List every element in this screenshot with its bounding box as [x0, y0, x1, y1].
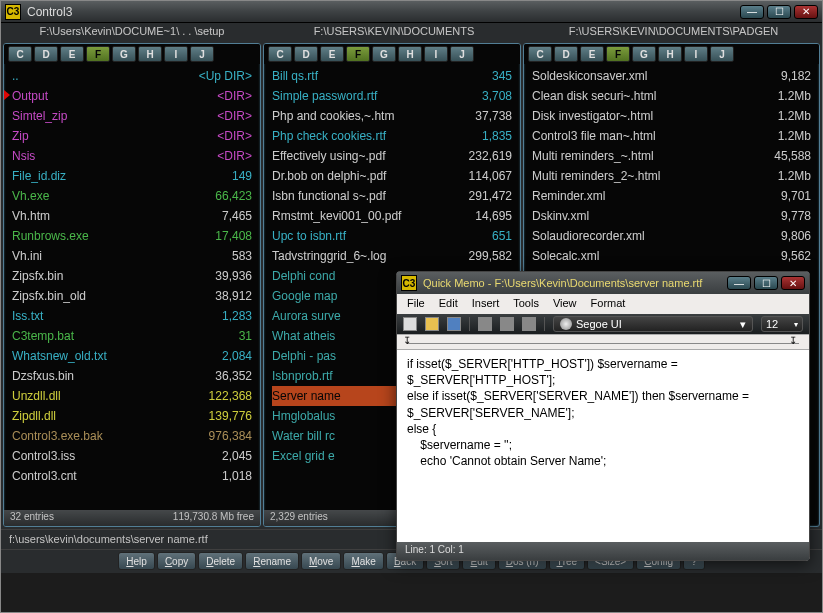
drive-j[interactable]: J — [190, 46, 214, 62]
file-row[interactable]: Vh.exe66,423 — [12, 186, 252, 206]
file-row[interactable]: Zipsfx.bin_old38,912 — [12, 286, 252, 306]
file-row[interactable]: Multi reminders_~.html45,588 — [532, 146, 811, 166]
memo-editor[interactable]: if isset($_SERVER['HTTP_HOST']) $servern… — [397, 350, 809, 542]
file-row[interactable]: Clean disk securi~.html1.2Mb — [532, 86, 811, 106]
file-row[interactable]: Effectively using~.pdf232,619 — [272, 146, 512, 166]
font-size-select[interactable]: 12 ▾ — [761, 316, 803, 332]
file-row[interactable]: Control3.exe.bak976,384 — [12, 426, 252, 446]
file-row[interactable]: Php check cookies.rtf1,835 — [272, 126, 512, 146]
drive-g[interactable]: G — [112, 46, 136, 62]
new-icon[interactable] — [403, 317, 417, 331]
menu-format[interactable]: Format — [591, 297, 626, 311]
file-row[interactable]: Reminder.xml9,701 — [532, 186, 811, 206]
file-row[interactable]: Soldeskiconsaver.xml9,182 — [532, 66, 811, 86]
memo-maximize-button[interactable]: ☐ — [754, 276, 778, 290]
btn-copy[interactable]: Copy — [157, 552, 196, 570]
drive-i[interactable]: I — [684, 46, 708, 62]
drive-g[interactable]: G — [632, 46, 656, 62]
file-row[interactable]: Zipdll.dll139,776 — [12, 406, 252, 426]
file-row[interactable]: Rmstmt_kevi001_00.pdf14,695 — [272, 206, 512, 226]
cut-icon[interactable] — [478, 317, 492, 331]
btn-help[interactable]: Help — [118, 552, 155, 570]
minimize-button[interactable]: — — [740, 5, 764, 19]
menu-insert[interactable]: Insert — [472, 297, 500, 311]
tab-marker-left-icon[interactable]: ↧ — [403, 335, 411, 346]
btn-make[interactable]: Make — [343, 552, 383, 570]
file-row[interactable]: C3temp.bat31 — [12, 326, 252, 346]
file-row[interactable]: File_id.diz149 — [12, 166, 252, 186]
drive-d[interactable]: D — [34, 46, 58, 62]
file-row[interactable]: Isbn functional s~.pdf291,472 — [272, 186, 512, 206]
paste-icon[interactable] — [522, 317, 536, 331]
file-row[interactable]: Zip<DIR> — [12, 126, 252, 146]
drive-f[interactable]: F — [86, 46, 110, 62]
drive-c[interactable]: C — [8, 46, 32, 62]
btn-delete[interactable]: Delete — [198, 552, 243, 570]
file-row[interactable]: Solecalc.xml9,562 — [532, 246, 811, 266]
file-row[interactable]: Simple password.rtf3,708 — [272, 86, 512, 106]
file-row[interactable]: Disk investigator~.html1.2Mb — [532, 106, 811, 126]
drive-f[interactable]: F — [346, 46, 370, 62]
menu-file[interactable]: File — [407, 297, 425, 311]
file-row[interactable]: Multi reminders_2~.html1.2Mb — [532, 166, 811, 186]
drive-c[interactable]: C — [268, 46, 292, 62]
drive-e[interactable]: E — [60, 46, 84, 62]
drive-h[interactable]: H — [658, 46, 682, 62]
file-row[interactable]: Runbrows.exe17,408 — [12, 226, 252, 246]
menu-tools[interactable]: Tools — [513, 297, 539, 311]
file-row[interactable]: Vh.ini583 — [12, 246, 252, 266]
drive-f[interactable]: F — [606, 46, 630, 62]
menu-edit[interactable]: Edit — [439, 297, 458, 311]
drive-h[interactable]: H — [138, 46, 162, 62]
open-icon[interactable] — [425, 317, 439, 331]
file-row[interactable]: Output<DIR> — [12, 86, 252, 106]
memo-titlebar[interactable]: C3 Quick Memo - F:\Users\Kevin\Documents… — [397, 272, 809, 294]
memo-ruler[interactable]: ↧ ↧ — [397, 334, 809, 350]
drive-j[interactable]: J — [710, 46, 734, 62]
file-row[interactable]: Dskinv.xml9,778 — [532, 206, 811, 226]
file-row[interactable]: Control3 file man~.html1.2Mb — [532, 126, 811, 146]
file-row[interactable]: Solaudiorecorder.xml9,806 — [532, 226, 811, 246]
drive-h[interactable]: H — [398, 46, 422, 62]
file-row[interactable]: Vh.htm7,465 — [12, 206, 252, 226]
path-panel-1[interactable]: F:\Users\Kevin\DOCUME~1\ . . \setup — [1, 25, 263, 39]
path-panel-2[interactable]: F:\USERS\KEVIN\DOCUMENTS — [263, 25, 525, 39]
filelist-1[interactable]: ..<Up DIR>Output<DIR>Simtel_zip<DIR>Zip<… — [4, 64, 260, 510]
copy-icon[interactable] — [500, 317, 514, 331]
file-row[interactable]: Simtel_zip<DIR> — [12, 106, 252, 126]
tab-marker-right-icon[interactable]: ↧ — [789, 335, 797, 346]
close-button[interactable]: ✕ — [794, 5, 818, 19]
file-row[interactable]: Dzsfxus.bin36,352 — [12, 366, 252, 386]
file-row[interactable]: Zipsfx.bin39,936 — [12, 266, 252, 286]
drive-c[interactable]: C — [528, 46, 552, 62]
drive-e[interactable]: E — [320, 46, 344, 62]
drive-j[interactable]: J — [450, 46, 474, 62]
file-row[interactable]: Dr.bob on delphi~.pdf114,067 — [272, 166, 512, 186]
menu-view[interactable]: View — [553, 297, 577, 311]
file-row[interactable]: Nsis<DIR> — [12, 146, 252, 166]
maximize-button[interactable]: ☐ — [767, 5, 791, 19]
file-row[interactable]: Iss.txt1,283 — [12, 306, 252, 326]
memo-close-button[interactable]: ✕ — [781, 276, 805, 290]
file-row[interactable]: Unzdll.dll122,368 — [12, 386, 252, 406]
file-row[interactable]: Whatsnew_old.txt2,084 — [12, 346, 252, 366]
save-icon[interactable] — [447, 317, 461, 331]
file-row[interactable]: Control3.cnt1,018 — [12, 466, 252, 486]
file-row[interactable]: Php and cookies,~.htm37,738 — [272, 106, 512, 126]
btn-move[interactable]: Move — [301, 552, 341, 570]
drive-i[interactable]: I — [164, 46, 188, 62]
file-row[interactable]: Tadvstringgrid_6~.log299,582 — [272, 246, 512, 266]
file-row[interactable]: Bill qs.rtf345 — [272, 66, 512, 86]
file-row[interactable]: ..<Up DIR> — [12, 66, 252, 86]
path-panel-3[interactable]: F:\USERS\KEVIN\DOCUMENTS\PADGEN — [525, 25, 822, 39]
file-row[interactable]: Control3.iss2,045 — [12, 446, 252, 466]
memo-minimize-button[interactable]: — — [727, 276, 751, 290]
drive-g[interactable]: G — [372, 46, 396, 62]
drive-d[interactable]: D — [554, 46, 578, 62]
file-row[interactable]: Upc to isbn.rtf651 — [272, 226, 512, 246]
drive-e[interactable]: E — [580, 46, 604, 62]
btn-rename[interactable]: Rename — [245, 552, 299, 570]
font-select[interactable]: Segoe UI ▾ — [553, 316, 753, 332]
quick-memo-window[interactable]: C3 Quick Memo - F:\Users\Kevin\Documents… — [396, 271, 810, 561]
drive-d[interactable]: D — [294, 46, 318, 62]
